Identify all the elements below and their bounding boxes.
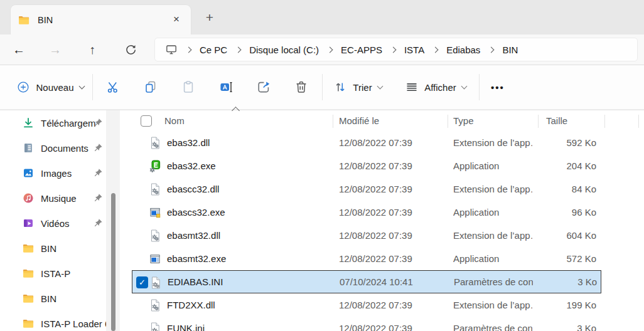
file-row[interactable]: FUNK.ini 12/08/2022 07:39 Paramètres de … bbox=[132, 317, 601, 331]
file-type: Application bbox=[453, 160, 532, 171]
file-row[interactable]: ✓ EDIABAS.INI 07/10/2024 10:41 Paramètre… bbox=[132, 270, 601, 293]
file-type: Paramètres de con… bbox=[453, 323, 532, 331]
sidebar-item-bin[interactable]: BIN bbox=[0, 286, 105, 311]
breadcrumb-chevron-icon bbox=[432, 46, 439, 53]
file-type: Extension de l’app… bbox=[453, 137, 532, 148]
file-name: ebasmt32.dll bbox=[167, 230, 335, 241]
file-type: Application bbox=[453, 253, 532, 264]
file-explorer-window: BIN × + ← → ↑ Ce PC Disque local (C:) EC… bbox=[0, 0, 644, 331]
documents-icon bbox=[23, 142, 34, 154]
pin-icon bbox=[94, 143, 104, 153]
chevron-down-icon bbox=[78, 83, 85, 89]
forward-icon[interactable]: → bbox=[44, 38, 67, 61]
file-row[interactable]: ebasmt32.exe 12/08/2022 07:39 Applicatio… bbox=[132, 247, 601, 270]
sidebar-item-ista-p-loader-6[interactable]: ISTA-P Loader 6 bbox=[0, 311, 105, 331]
folder-icon bbox=[23, 243, 34, 254]
file-row[interactable]: ebascs32.exe 12/08/2022 07:39 Applicatio… bbox=[132, 201, 601, 224]
list-header: Nom Modifié le Type Taille bbox=[126, 111, 644, 131]
file-name: ebas32.exe bbox=[167, 160, 335, 171]
file-size: 592 Ko bbox=[527, 137, 596, 148]
dll-file-icon bbox=[149, 229, 161, 242]
file-row[interactable]: ebas32.exe 12/08/2022 07:39 Application … bbox=[132, 154, 601, 177]
sort-button[interactable]: Trier bbox=[325, 75, 390, 99]
sidebar-item-t-l-chargem[interactable]: Téléchargem bbox=[0, 110, 105, 135]
file-modified: 12/08/2022 07:39 bbox=[339, 253, 449, 264]
new-button[interactable]: Nouveau bbox=[9, 75, 92, 99]
toolbar-divider bbox=[322, 74, 323, 100]
file-modified: 12/08/2022 07:39 bbox=[339, 323, 449, 331]
delete-button[interactable] bbox=[289, 75, 314, 99]
dll-file-icon bbox=[149, 136, 161, 149]
breadcrumb-bin[interactable]: BIN bbox=[502, 45, 518, 55]
column-separator[interactable] bbox=[333, 115, 333, 128]
refresh-icon[interactable] bbox=[119, 38, 142, 61]
breadcrumb-this-pc[interactable]: Ce PC bbox=[200, 45, 227, 55]
downloads-icon bbox=[23, 117, 34, 129]
view-button[interactable]: Afficher bbox=[397, 75, 474, 99]
address-bar[interactable]: Ce PC Disque local (C:) EC-APPS ISTA Edi… bbox=[154, 38, 638, 61]
sort-arrows-icon bbox=[333, 80, 347, 94]
file-list-body: ebas32.dll 12/08/2022 07:39 Extension de… bbox=[132, 131, 601, 331]
sidebar-item-documents[interactable]: Documents bbox=[0, 135, 105, 160]
breadcrumb-chevron-icon bbox=[235, 46, 242, 53]
breadcrumb-chevron-icon bbox=[327, 46, 333, 53]
pictures-icon bbox=[23, 167, 34, 179]
file-row[interactable]: FTD2XX.dll 12/08/2022 07:39 Extension de… bbox=[132, 293, 601, 317]
cut-button[interactable] bbox=[100, 75, 126, 99]
more-options-button[interactable]: ••• bbox=[485, 75, 510, 99]
file-modified: 07/10/2024 10:41 bbox=[340, 276, 450, 287]
explorer-tab[interactable]: BIN × bbox=[10, 4, 191, 34]
ini-file-icon bbox=[150, 276, 161, 289]
sidebar-item-vid-os[interactable]: Vidéos bbox=[0, 211, 105, 236]
folder-icon bbox=[18, 14, 30, 26]
file-name: ebas32.dll bbox=[167, 137, 335, 148]
row-checkbox[interactable]: ✓ bbox=[136, 276, 148, 288]
column-separator[interactable] bbox=[538, 115, 539, 128]
select-all-checkbox[interactable] bbox=[141, 115, 152, 127]
column-separator[interactable] bbox=[638, 115, 639, 128]
copy-button[interactable] bbox=[138, 75, 163, 99]
breadcrumb-ediabas[interactable]: Ediabas bbox=[446, 45, 480, 55]
back-icon[interactable]: ← bbox=[8, 38, 30, 61]
exe-ediabas-icon bbox=[149, 159, 161, 172]
column-separator[interactable] bbox=[448, 115, 448, 128]
file-size: 199 Ko bbox=[527, 300, 596, 310]
view-lines-icon bbox=[405, 80, 419, 94]
sidebar-item-bin[interactable]: BIN bbox=[0, 236, 105, 261]
sidebar-item-ista-p[interactable]: ISTA-P bbox=[0, 261, 105, 286]
column-header-modified[interactable]: Modifié le bbox=[339, 111, 379, 131]
navigation-bar: ← → ↑ Ce PC Disque local (C:) EC-APPS IS… bbox=[0, 34, 644, 65]
file-modified: 12/08/2022 07:39 bbox=[339, 230, 449, 241]
sidebar-item-musique[interactable]: Musique bbox=[0, 186, 105, 211]
sidebar: Téléchargem Documents Images Musique Vid… bbox=[0, 110, 105, 331]
breadcrumb-ista[interactable]: ISTA bbox=[404, 45, 424, 55]
share-button[interactable] bbox=[251, 75, 276, 99]
file-size: 3 Ko bbox=[528, 276, 597, 287]
sidebar-scrollbar-thumb[interactable] bbox=[111, 193, 115, 331]
up-icon[interactable]: ↑ bbox=[81, 38, 104, 61]
breadcrumb-chevron-icon bbox=[390, 46, 396, 53]
rename-button[interactable] bbox=[213, 75, 239, 99]
pin-icon bbox=[94, 218, 104, 228]
file-row[interactable]: ebasmt32.dll 12/08/2022 07:39 Extension … bbox=[132, 224, 601, 247]
close-tab-icon[interactable]: × bbox=[168, 11, 185, 28]
column-header-size[interactable]: Taille bbox=[546, 111, 567, 131]
sidebar-item-images[interactable]: Images bbox=[0, 160, 105, 186]
column-header-type[interactable]: Type bbox=[453, 111, 474, 131]
file-size: 572 Ko bbox=[527, 253, 596, 264]
column-separator[interactable] bbox=[604, 115, 605, 128]
file-row[interactable]: ebas32.dll 12/08/2022 07:39 Extension de… bbox=[132, 131, 601, 154]
file-name: FUNK.ini bbox=[167, 323, 335, 331]
file-modified: 12/08/2022 07:39 bbox=[339, 137, 449, 148]
breadcrumb-ec-apps[interactable]: EC-APPS bbox=[341, 45, 382, 55]
file-type: Extension de l’app… bbox=[453, 230, 532, 241]
command-toolbar: Nouveau Trier bbox=[0, 65, 644, 110]
breadcrumb-drive-c[interactable]: Disque local (C:) bbox=[249, 45, 319, 55]
column-header-name[interactable]: Nom bbox=[164, 111, 185, 131]
paste-button[interactable] bbox=[176, 75, 201, 99]
tab-strip: BIN × + bbox=[0, 0, 644, 34]
this-pc-icon bbox=[165, 43, 178, 56]
new-tab-button[interactable]: + bbox=[200, 8, 220, 27]
file-name: ebascc32.dll bbox=[167, 184, 335, 194]
file-row[interactable]: ebascc32.dll 12/08/2022 07:39 Extension … bbox=[132, 177, 601, 201]
